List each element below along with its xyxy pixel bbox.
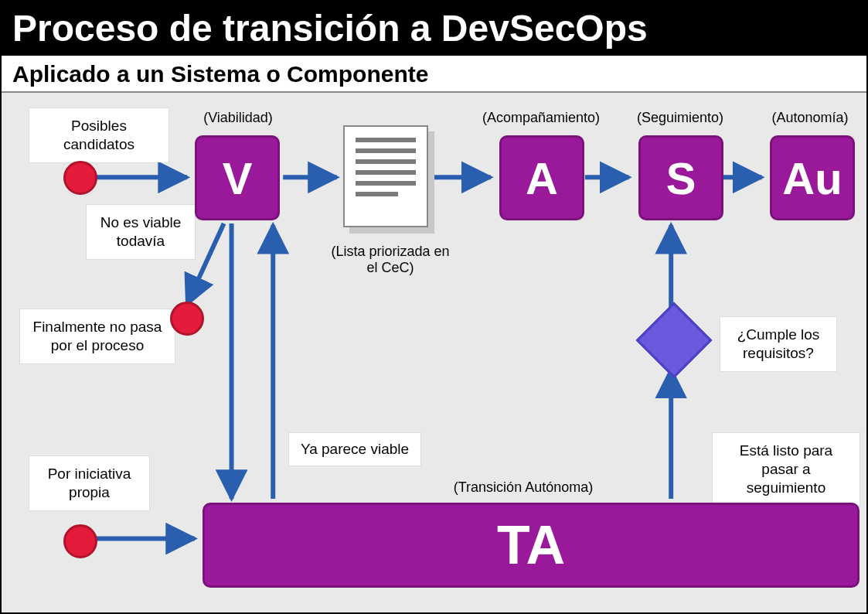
caption-a: (Acompañamiento) — [479, 110, 603, 126]
caption-v: (Viabilidad) — [176, 110, 300, 126]
diagram-frame: Proceso de transición a DevSecOps Aplica… — [0, 0, 868, 614]
note-ready-follow: Está listo para pasar a seguimiento — [713, 433, 859, 505]
stage-au-letter: Au — [782, 152, 842, 204]
stage-ta-letter: TA — [497, 514, 565, 576]
note-no-process-text: Finalmente no pasa por el proceso — [33, 319, 162, 353]
decision-diamond — [636, 302, 713, 379]
title-bar: Proceso de transición a DevSecOps — [2, 2, 866, 56]
caption-au: (Autonomía) — [748, 110, 868, 126]
start-node-top — [63, 161, 97, 195]
note-own-initiative-text: Por iniciativa propia — [48, 466, 131, 500]
note-candidates-text: Posibles candidatos — [63, 118, 134, 152]
note-meets-req-text: ¿Cumple los requisitos? — [737, 326, 820, 361]
stage-a: A — [499, 135, 584, 220]
reject-node — [170, 302, 204, 336]
start-node-bottom — [63, 524, 97, 558]
document-icon — [343, 125, 436, 234]
caption-ta: (Transición Autónoma) — [438, 479, 608, 496]
subtitle-bar: Aplicado a un Sistema o Componente — [2, 56, 866, 93]
note-ready-follow-text: Está listo para pasar a seguimiento — [740, 442, 832, 496]
note-seems-viable: Ya parece viable — [289, 433, 420, 466]
page-subtitle: Aplicado a un Sistema o Componente — [12, 61, 428, 87]
diagram-canvas: Posibles candidatos No es viable todavía… — [2, 93, 866, 612]
stage-v-letter: V — [223, 152, 253, 204]
note-not-viable: No es viable todavía — [87, 205, 195, 259]
page-title: Proceso de transición a DevSecOps — [12, 8, 648, 49]
caption-doc: (Lista priorizada en el CeC) — [325, 244, 456, 276]
stage-ta: TA — [203, 503, 859, 588]
note-meets-req: ¿Cumple los requisitos? — [720, 317, 836, 371]
stage-v: V — [195, 135, 280, 220]
caption-s: (Seguimiento) — [618, 110, 742, 126]
note-own-initiative: Por iniciativa propia — [29, 456, 149, 510]
note-candidates: Posibles candidatos — [29, 108, 168, 162]
note-not-viable-text: No es viable todavía — [100, 214, 182, 249]
note-seems-viable-text: Ya parece viable — [301, 441, 409, 457]
stage-s-letter: S — [666, 152, 696, 204]
stage-a-letter: A — [526, 152, 558, 204]
stage-s: S — [638, 135, 723, 220]
stage-au: Au — [770, 135, 855, 220]
note-no-process: Finalmente no pasa por el proceso — [20, 309, 175, 363]
